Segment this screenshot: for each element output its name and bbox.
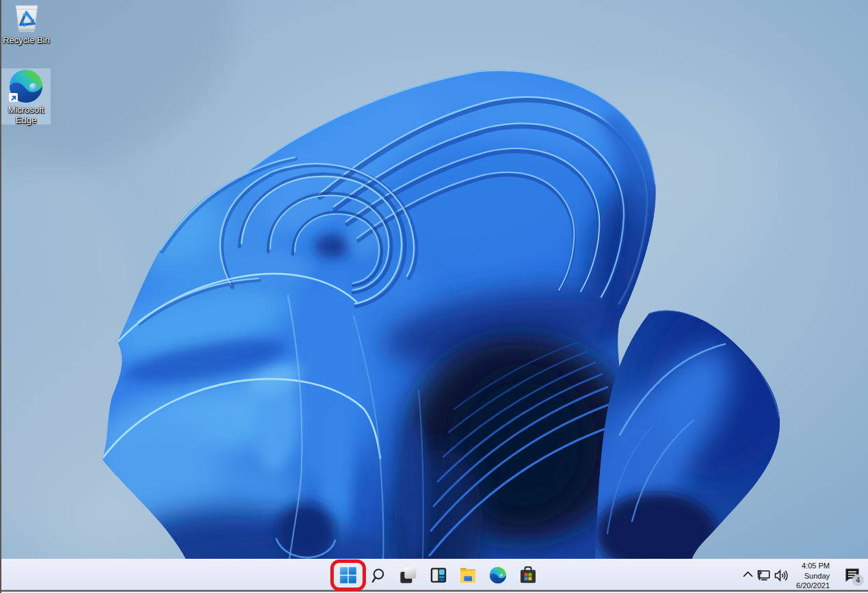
svg-text:4: 4 <box>856 576 860 584</box>
